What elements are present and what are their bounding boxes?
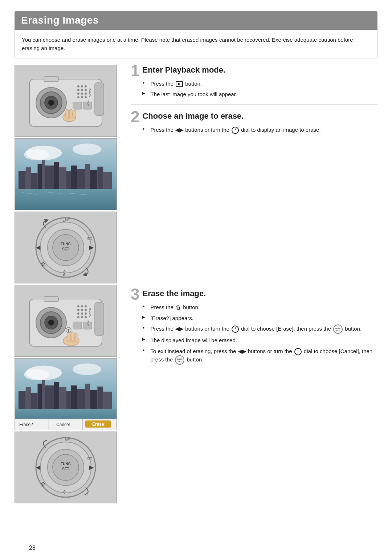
- intro-text: You can choose and erase images one at a…: [15, 30, 377, 58]
- lr-arrows-icon: ◀▶: [175, 126, 183, 134]
- step-2: 2 Choose an image to erase. Press the ◀▶…: [131, 111, 377, 136]
- svg-point-76: [77, 312, 79, 315]
- svg-text:MF: MF: [65, 438, 70, 441]
- svg-rect-1: [95, 83, 104, 115]
- step-3-content: Erase the image. Press the 🗑 button. [Er…: [142, 289, 377, 367]
- step-3-bullet-5: To exit instead of erasing, press the ◀▶…: [142, 347, 377, 365]
- svg-text:✿: ✿: [41, 261, 45, 267]
- image-dial-2: FUNC SET ◀ ▶ MF ISO ✿ ⏱: [15, 432, 117, 503]
- svg-text:Erase: Erase: [92, 422, 104, 427]
- playback-icon: [176, 81, 183, 87]
- intro-paragraph: You can choose and erase images one at a…: [22, 37, 353, 51]
- svg-point-71: [81, 305, 83, 307]
- step-1: 1 Enter Playback mode. Press the button.…: [131, 65, 377, 101]
- svg-point-11: [85, 89, 87, 91]
- step-3-bullet-2: [Erase?] appears.: [142, 314, 377, 322]
- svg-point-72: [85, 305, 87, 307]
- step-3-bullets: Press the 🗑 button. [Erase?] appears. Pr…: [142, 303, 377, 365]
- svg-text:⏱: ⏱: [63, 490, 67, 494]
- step-3-number: 3: [131, 289, 142, 302]
- image-city-erase: Erase? Cancel Erase: [15, 358, 117, 430]
- svg-text:ISO: ISO: [87, 237, 93, 240]
- page-number: 28: [29, 545, 36, 551]
- images-left-dial: FUNC SET ◀ ▶ ▲ ▼ MF ISO ✿: [15, 212, 120, 283]
- svg-rect-24: [66, 109, 69, 119]
- dial-icon-1: [232, 127, 239, 134]
- step-1-bullets: Press the button. The last image you too…: [142, 79, 237, 99]
- image-city-sky: [15, 138, 117, 210]
- svg-rect-90: [75, 333, 78, 342]
- svg-text:◀: ◀: [36, 244, 41, 250]
- step-1-content: Enter Playback mode. Press the button. T…: [142, 65, 237, 101]
- svg-point-16: [81, 96, 83, 98]
- step-2-heading: Choose an image to erase.: [142, 111, 320, 122]
- section-2: FUNC SET ◀ ▶ ▲ ▼ MF ISO ✿: [15, 212, 377, 283]
- dial-svg-1: FUNC SET ◀ ▶ ▲ ▼ MF ISO ✿: [33, 215, 98, 280]
- text-col-1-2: 1 Enter Playback mode. Press the button.…: [120, 65, 377, 210]
- svg-point-95: [24, 369, 49, 380]
- main-content: DIGITAL HDMI: [15, 65, 377, 505]
- svg-point-75: [85, 309, 87, 311]
- section-1: DIGITAL HDMI: [15, 65, 377, 210]
- svg-text:SET: SET: [62, 467, 69, 471]
- svg-point-96: [73, 363, 101, 375]
- step-2-bullet-1: Press the ◀▶ buttons or turn the dial to…: [142, 126, 320, 134]
- step-3-bullet-1: Press the 🗑 button.: [142, 303, 377, 312]
- image-camera-hand: DIGITAL HDMI 🗑: [15, 285, 117, 357]
- dial-icon-3: [294, 348, 302, 355]
- svg-point-8: [85, 85, 87, 87]
- svg-point-69: [48, 320, 54, 326]
- svg-point-79: [77, 316, 79, 318]
- svg-text:DIGITAL: DIGITAL: [89, 307, 91, 317]
- camera-hand-svg: DIGITAL HDMI 🗑: [22, 290, 109, 352]
- svg-point-5: [48, 100, 54, 106]
- svg-text:Cancel: Cancel: [56, 422, 70, 427]
- svg-text:✿: ✿: [41, 481, 45, 487]
- svg-point-7: [81, 85, 83, 87]
- svg-text:HDMI: HDMI: [87, 320, 90, 326]
- svg-point-74: [81, 309, 83, 311]
- step-3-bullet-3: Press the ◀▶ buttons or turn the dial to…: [142, 324, 377, 334]
- text-col-3: 3 Erase the image. Press the 🗑 button. […: [120, 289, 377, 503]
- func-set-icon-2: [175, 355, 184, 365]
- images-left-1-2: DIGITAL HDMI: [15, 65, 120, 210]
- step-2-number: 2: [131, 111, 142, 125]
- svg-rect-65: [95, 303, 104, 335]
- step-1-bullet-1: Press the button.: [142, 79, 237, 88]
- title-bar: Erasing Images: [15, 11, 377, 30]
- step-3-bullet-4: The displayed image will be erased.: [142, 336, 377, 344]
- step-3-heading: Erase the image.: [142, 289, 377, 299]
- divider-1: [131, 105, 377, 105]
- svg-point-80: [81, 316, 83, 318]
- svg-point-29: [24, 149, 49, 160]
- svg-text:ISO: ISO: [87, 457, 93, 460]
- city-erase-svg: Erase? Cancel Erase: [15, 358, 117, 430]
- svg-point-17: [85, 96, 87, 98]
- svg-point-77: [81, 312, 83, 315]
- svg-rect-89: [71, 332, 74, 342]
- svg-point-13: [81, 93, 83, 95]
- step-1-bullet-2: The last image you took will appear.: [142, 90, 237, 98]
- section-3: DIGITAL HDMI 🗑: [15, 285, 377, 503]
- svg-point-78: [85, 312, 87, 315]
- svg-rect-46: [15, 189, 117, 210]
- svg-point-70: [77, 305, 79, 307]
- svg-rect-82: [44, 297, 58, 302]
- page-wrapper: Erasing Images You can choose and erase …: [15, 11, 377, 552]
- text-spacer-dial: [120, 212, 377, 283]
- page-title: Erasing Images: [21, 15, 371, 26]
- svg-text:MF: MF: [65, 218, 70, 221]
- svg-text:SET: SET: [62, 247, 69, 251]
- svg-rect-26: [73, 110, 76, 118]
- svg-rect-19: [73, 102, 82, 109]
- svg-point-14: [85, 93, 87, 95]
- svg-point-30: [73, 143, 101, 155]
- images-left-3: DIGITAL HDMI 🗑: [15, 285, 120, 503]
- step-2-bullets: Press the ◀▶ buttons or turn the dial to…: [142, 126, 320, 134]
- dial-svg-2: FUNC SET ◀ ▶ MF ISO ✿ ⏱: [33, 435, 98, 500]
- svg-text:◀: ◀: [36, 464, 41, 470]
- camera-top-svg: DIGITAL HDMI: [22, 70, 109, 132]
- svg-text:▶: ▶: [89, 244, 94, 250]
- lr-arrows-icon-3: ◀▶: [238, 348, 246, 356]
- image-dial-1: FUNC SET ◀ ▶ ▲ ▼ MF ISO ✿: [15, 212, 117, 283]
